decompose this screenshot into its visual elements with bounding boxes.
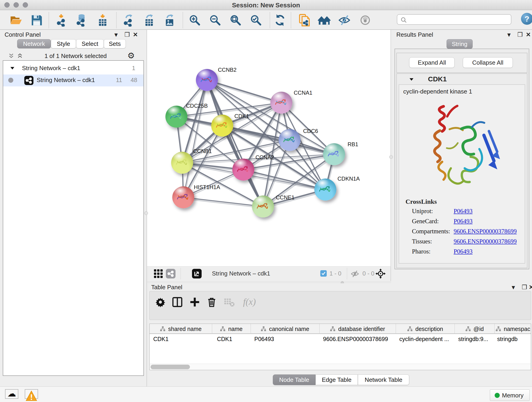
fit-content-crosshair-icon[interactable]	[375, 268, 386, 279]
expand-all-tree-icon[interactable]	[8, 53, 14, 60]
column-divider[interactable]	[494, 324, 495, 334]
network-node-ccne1[interactable]	[252, 196, 274, 217]
collection-expander-icon[interactable]	[10, 65, 15, 72]
left-splitter-handle[interactable]	[144, 211, 148, 215]
gear-icon[interactable]: ⚙	[127, 51, 135, 61]
table-panel-collapse-icon[interactable]: ▾	[512, 284, 515, 291]
save-icon[interactable]	[30, 14, 43, 27]
tab-select[interactable]: Select	[76, 39, 104, 48]
export-image-icon[interactable]	[163, 14, 176, 27]
network-node-ccnb1[interactable]	[171, 152, 193, 174]
zoom-fit-icon[interactable]	[229, 14, 242, 27]
delete-trash-icon[interactable]	[206, 296, 217, 308]
hidden-eye-slash-icon[interactable]	[351, 269, 359, 278]
cloud-icon[interactable]: ☁	[5, 389, 18, 399]
delete-table-icon[interactable]	[223, 296, 235, 308]
table-cell[interactable]: stringdb:9...	[458, 336, 488, 342]
table-cell[interactable]: 9606.ENSP00000378699	[323, 336, 388, 342]
network-node-hist1h1a[interactable]	[172, 186, 194, 208]
column-header-canonical-name[interactable]: canonical name	[251, 324, 319, 334]
crosslink-link[interactable]: 9606.ENSP00000378699	[454, 238, 517, 245]
tab-style[interactable]: Style	[51, 39, 76, 48]
import-table-icon[interactable]	[96, 14, 109, 27]
control-panel-close-icon[interactable]: ✕	[133, 31, 138, 38]
share-document-icon[interactable]	[298, 14, 311, 27]
tab-network-table[interactable]: Network Table	[358, 375, 409, 385]
column-header--id[interactable]: @id	[455, 324, 494, 334]
network-node-cdk1[interactable]	[211, 115, 233, 137]
tab-node-table[interactable]: Node Table	[273, 375, 316, 385]
column-divider[interactable]	[396, 324, 396, 334]
add-row-plus-icon[interactable]	[189, 296, 201, 308]
column-header-database-identifier[interactable]: database identifier	[319, 324, 396, 334]
table-cell[interactable]: cyclin-dependent ...	[399, 336, 449, 342]
cdk1-section-header[interactable]: CDK1	[397, 74, 527, 84]
crosslink-link[interactable]: P06493	[454, 248, 473, 255]
show-selection-icon[interactable]	[359, 14, 372, 27]
collapse-all-button[interactable]: Collapse All	[463, 57, 513, 68]
selected-checkbox-icon[interactable]	[320, 270, 327, 277]
right-splitter-handle[interactable]	[389, 155, 393, 159]
column-header-name[interactable]: name	[212, 324, 251, 334]
crosslink-link[interactable]: P06493	[454, 218, 473, 225]
hide-selection-icon[interactable]	[338, 14, 351, 27]
control-panel-float-icon[interactable]: ❒	[124, 31, 130, 38]
table-cell[interactable]: CDK1	[153, 336, 169, 342]
export-network-icon[interactable]	[122, 14, 135, 27]
table-cell[interactable]: stringdb	[497, 336, 518, 342]
network-collection-row[interactable]: String Network – cdk1 1	[3, 63, 143, 75]
results-panel-collapse-icon[interactable]: ▾	[507, 31, 510, 38]
column-divider[interactable]	[212, 324, 212, 334]
network-row[interactable]: String Network – cdk1 11 48	[3, 75, 143, 86]
warning-icon[interactable]	[25, 389, 38, 399]
network-node-cdc25b[interactable]	[165, 106, 187, 128]
column-divider[interactable]	[455, 324, 455, 334]
network-node-ccna1[interactable]	[270, 92, 292, 114]
export-table-icon[interactable]	[143, 14, 156, 27]
search-input[interactable]	[397, 14, 511, 25]
tab-string[interactable]: String	[447, 39, 473, 49]
string-badge-icon[interactable]	[166, 269, 176, 279]
open-folder-icon[interactable]	[10, 14, 22, 27]
birds-eye-view-icon[interactable]	[153, 269, 163, 279]
network-node-rb1[interactable]	[323, 143, 345, 165]
column-header-description[interactable]: description	[396, 324, 455, 334]
network-node-ccna2[interactable]	[232, 159, 254, 181]
tab-sets[interactable]: Sets	[104, 39, 126, 48]
table-cell[interactable]: CDK1	[217, 336, 232, 342]
cdk1-expander-icon[interactable]	[409, 77, 414, 83]
results-panel-close-icon[interactable]: ✕	[526, 31, 531, 38]
column-header-namespac[interactable]: namespac	[494, 324, 531, 334]
memory-button[interactable]: Memory	[490, 389, 530, 401]
table-panel-close-icon[interactable]: ✕	[529, 284, 532, 291]
tab-network[interactable]: Network	[17, 39, 51, 48]
import-network-icon[interactable]	[55, 14, 68, 27]
table-h-scrollbar[interactable]	[149, 364, 531, 370]
network-node-cdc6[interactable]	[279, 129, 301, 151]
function-builder-fx[interactable]: f(x)	[243, 296, 256, 307]
table-h-scrollbar-thumb[interactable]	[151, 365, 190, 369]
network-canvas[interactable]: CCNB2CCNA1CDC25BCDK1CDC6RB1CCNB1CCNA2CDK…	[147, 30, 391, 266]
column-divider[interactable]	[319, 324, 320, 334]
crosslink-link[interactable]: P06493	[454, 208, 473, 215]
tab-edge-table[interactable]: Edge Table	[316, 375, 358, 385]
zoom-selected-icon[interactable]	[249, 14, 262, 27]
network-node-ccnb2[interactable]	[196, 69, 218, 91]
results-panel-float-icon[interactable]: ❒	[517, 31, 523, 38]
collapse-all-tree-icon[interactable]	[17, 53, 23, 60]
control-panel-collapse-icon[interactable]: ▾	[114, 31, 118, 38]
import-database-icon[interactable]	[75, 14, 88, 27]
neighbors-icon[interactable]	[318, 14, 331, 27]
zoom-out-icon[interactable]	[209, 14, 222, 27]
crosslink-link[interactable]: 9606.ENSP00000378699	[454, 228, 517, 235]
open-in-window-icon[interactable]	[192, 269, 202, 279]
network-node-cdkn1a[interactable]	[314, 179, 336, 201]
column-divider[interactable]	[251, 324, 251, 334]
show-columns-icon[interactable]	[172, 296, 183, 308]
table-settings-gear-icon[interactable]	[155, 296, 166, 308]
refresh-icon[interactable]	[273, 14, 286, 27]
column-header-shared-name[interactable]: shared name	[150, 324, 212, 334]
expand-all-button[interactable]: Expand All	[409, 57, 455, 68]
table-panel-float-icon[interactable]: ❒	[522, 284, 527, 291]
table-cell[interactable]: P06493	[254, 336, 274, 342]
